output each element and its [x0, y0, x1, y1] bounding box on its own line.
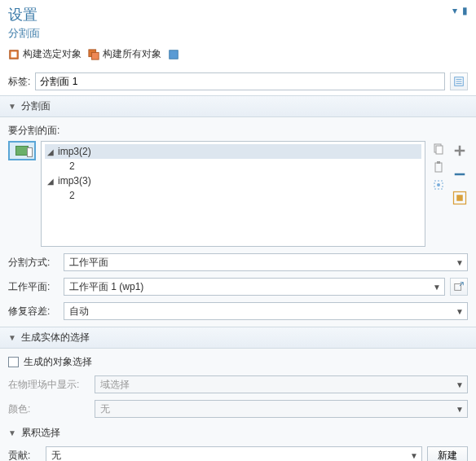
new-button[interactable]: 新建 — [427, 446, 468, 461]
build-selected-icon — [8, 49, 20, 60]
chevron-down-icon: ▼ — [410, 451, 418, 460]
accumulate-subheader[interactable]: ▼ 累积选择 — [8, 426, 468, 440]
accumulate-title: 累积选择 — [21, 426, 60, 440]
faces-tree[interactable]: ◢ imp3(2) 2 ◢ imp3(3) 2 — [41, 141, 425, 247]
goto-workplane-button[interactable] — [450, 278, 468, 296]
show-in-label: 在物理场中显示: — [8, 378, 90, 392]
chevron-down-icon: ▼ — [433, 283, 441, 292]
section-partition-face-header[interactable]: ▼ 分割面 — [0, 95, 476, 117]
tree-collapse-icon[interactable]: ◢ — [45, 147, 56, 156]
svg-rect-13 — [456, 195, 463, 201]
tree-item-imp3-2[interactable]: ◢ imp3(2) — [45, 144, 421, 159]
workplane-select[interactable]: 工作平面 1 (wp1) ▼ — [64, 278, 445, 296]
generate-selection-checkbox[interactable] — [8, 357, 19, 367]
build-all-icon — [88, 49, 99, 60]
pin-icon[interactable]: ▮ — [462, 5, 468, 16]
method-select[interactable]: 工作平面 ▼ — [64, 253, 468, 271]
tree-item-child[interactable]: 2 — [45, 188, 421, 203]
svg-point-11 — [437, 183, 440, 187]
method-label: 分割方式: — [8, 256, 59, 270]
label-input[interactable] — [35, 72, 445, 90]
chevron-down-icon: ▼ — [8, 102, 16, 111]
tree-collapse-icon[interactable]: ◢ — [45, 177, 56, 186]
remove-icon[interactable] — [452, 166, 468, 185]
build-all-button[interactable]: 构建所有对象 — [88, 47, 161, 61]
repair-label: 修复容差: — [8, 305, 59, 318]
workplane-label: 工作平面: — [8, 280, 59, 294]
build-all-label: 构建所有对象 — [103, 47, 161, 61]
select-icon[interactable] — [452, 190, 468, 209]
paste-icon[interactable] — [432, 160, 445, 173]
copy-icon[interactable] — [432, 143, 445, 156]
build-selected-button[interactable]: 构建选定对象 — [8, 47, 82, 61]
generate-selection-label: 生成的对象选择 — [24, 355, 92, 369]
repair-select[interactable]: 自动 ▼ — [64, 302, 468, 320]
extra-toolbar-icon[interactable] — [168, 49, 179, 60]
color-label: 颜色: — [8, 402, 90, 416]
svg-rect-14 — [455, 284, 461, 291]
show-in-select: 域选择 ▼ — [95, 375, 468, 393]
chevron-down-icon: ▼ — [456, 380, 464, 389]
color-select: 无 ▼ — [95, 400, 468, 418]
add-icon[interactable] — [452, 143, 468, 161]
chevron-down-icon: ▼ — [456, 258, 464, 267]
chevron-down-icon: ▼ — [456, 405, 464, 414]
svg-rect-4 — [170, 50, 178, 59]
chevron-down-icon: ▼ — [8, 333, 16, 342]
zoom-extents-icon[interactable] — [432, 178, 445, 191]
svg-rect-3 — [91, 52, 99, 59]
label-field-label: 标签: — [8, 75, 30, 89]
collapse-icon[interactable]: ▾ — [452, 5, 457, 16]
tree-item-child[interactable]: 2 — [45, 159, 421, 173]
selection-toggle-button[interactable] — [8, 141, 36, 160]
page-title: 设置 — [8, 5, 37, 24]
page-subtitle: 分割面 — [0, 26, 476, 44]
chevron-down-icon: ▼ — [456, 307, 464, 316]
svg-rect-8 — [435, 163, 442, 172]
contribute-label: 贡献: — [8, 449, 41, 462]
faces-label: 要分割的面: — [8, 124, 468, 138]
svg-rect-1 — [11, 51, 17, 57]
section-generated-selection-title: 生成实体的选择 — [21, 331, 90, 345]
svg-rect-7 — [436, 146, 443, 154]
contribute-select[interactable]: 无 ▼ — [46, 446, 422, 461]
label-edit-button[interactable] — [450, 72, 468, 90]
build-selected-label: 构建选定对象 — [23, 47, 82, 61]
section-partition-face-title: 分割面 — [21, 99, 51, 113]
tree-item-imp3-3[interactable]: ◢ imp3(3) — [45, 173, 421, 188]
chevron-down-icon: ▼ — [8, 428, 16, 437]
section-generated-selection-header[interactable]: ▼ 生成实体的选择 — [0, 327, 476, 349]
svg-rect-9 — [437, 161, 440, 164]
